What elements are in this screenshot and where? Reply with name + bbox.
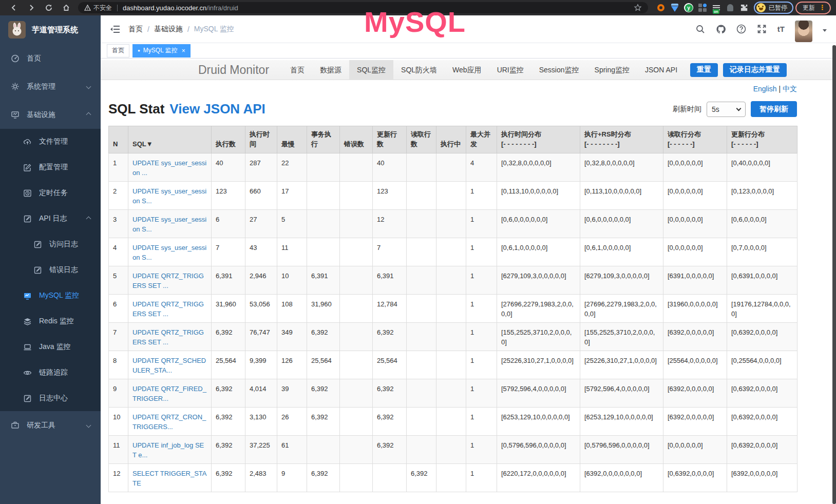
security-warning[interactable]: 不安全 — [84, 4, 112, 12]
table-cell — [407, 294, 436, 322]
reload-icon[interactable] — [44, 3, 54, 13]
app-logo — [8, 21, 26, 38]
druid-nav-item[interactable]: Spring监控 — [587, 60, 637, 80]
table-cell: 7 — [212, 238, 245, 266]
sql-link[interactable]: UPDATE sys_user_session S... — [132, 244, 206, 262]
sql-link[interactable]: UPDATE QRTZ_TRIGGERS SET ... — [132, 272, 204, 290]
font-size-icon[interactable]: tT — [777, 25, 785, 33]
breadcrumb-infrastructure[interactable]: 基础设施 — [154, 25, 183, 34]
table-cell — [407, 435, 436, 463]
table-cell: [6392,0,0,0,0,0] — [663, 379, 727, 407]
sidebar-item-log-center[interactable]: 日志中心 — [0, 385, 101, 411]
druid-nav-item[interactable]: URI监控 — [489, 60, 531, 80]
caret-down-icon[interactable] — [823, 29, 827, 32]
home-icon[interactable] — [61, 3, 71, 13]
table-cell: [6392,0,0,0,0,0] — [663, 322, 727, 351]
sidebar-item-tracing[interactable]: 链路追踪 — [0, 360, 101, 385]
search-icon[interactable] — [695, 24, 706, 34]
tag-mysql-monitor[interactable]: ● MySQL 监控 × — [132, 44, 191, 57]
sidebar-item-system[interactable]: 系统管理 — [0, 72, 101, 101]
sidebar-item-access-logs[interactable]: 访问日志 — [0, 231, 101, 257]
view-json-api-link[interactable]: View JSON API — [169, 101, 265, 117]
sidebar-item-label: 文件管理 — [39, 137, 68, 146]
sql-link[interactable]: UPDATE sys_user_session S... — [132, 216, 206, 234]
druid-nav-item[interactable]: 数据源 — [312, 60, 349, 80]
refresh-interval-select[interactable]: 5s — [707, 102, 746, 117]
breadcrumb-separator: / — [147, 25, 149, 33]
forward-icon[interactable] — [26, 3, 36, 13]
table-cell: 10 — [277, 266, 307, 294]
sidebar-item-file-management[interactable]: 文件管理 — [0, 129, 101, 154]
table-cell: [0,32,8,0,0,0,0,0] — [580, 153, 663, 181]
sidebar-item-mysql-monitor[interactable]: MySQL 监控 — [0, 283, 101, 308]
table-cell: 1 — [466, 266, 497, 294]
extension-donut-icon[interactable] — [656, 3, 666, 12]
extension-list-icon[interactable]: on — [712, 3, 721, 12]
sidebar-item-infrastructure[interactable]: 基础设施 — [0, 101, 101, 129]
reset-button[interactable]: 重置 — [690, 63, 718, 77]
timer-icon — [23, 188, 32, 198]
sql-link[interactable]: UPDATE sys_user_session S... — [132, 187, 206, 205]
extension-y-icon[interactable]: y — [684, 3, 693, 12]
table-cell: 6,392 — [373, 379, 407, 407]
breadcrumb-home[interactable]: 首页 — [128, 25, 143, 34]
druid-nav-item[interactable]: SQL防火墙 — [393, 60, 445, 80]
sql-link[interactable]: UPDATE QRTZ_TRIGGERS SET ... — [132, 300, 204, 318]
sidebar-item-redis-monitor[interactable]: Redis 监控 — [0, 308, 101, 334]
extensions-puzzle-icon[interactable] — [739, 3, 749, 12]
column-header: 执行时间分布 [- - - - - - - -] — [497, 126, 580, 153]
sidebar-item-home[interactable]: 首页 — [0, 44, 101, 72]
sidebar-item-java-monitor[interactable]: Java 监控 — [0, 334, 101, 360]
sql-link[interactable]: UPDATE QRTZ_CRON_TRIGGERS... — [132, 413, 206, 431]
pause-refresh-button[interactable]: 暂停刷新 — [751, 101, 797, 117]
sidebar-item-config-management[interactable]: 配置管理 — [0, 154, 101, 180]
table-row: 8UPDATE QRTZ_SCHEDULER_STA...25,5649,399… — [109, 351, 797, 379]
title-row: SQL Stat View JSON API 刷新时间 5s 暂停刷新 — [108, 101, 797, 117]
warning-icon — [84, 5, 91, 11]
on-badge: on — [713, 9, 719, 14]
sql-link[interactable]: SELECT TRIGGER_STATE — [132, 470, 207, 488]
druid-nav-item[interactable]: Session监控 — [531, 60, 587, 80]
extension-gem-icon[interactable] — [670, 3, 679, 12]
table-cell: 1 — [466, 181, 497, 209]
fullscreen-icon[interactable] — [757, 24, 767, 34]
tag-home[interactable]: 首页 — [107, 44, 129, 57]
log-and-reset-button[interactable]: 记录日志并重置 — [723, 63, 787, 77]
sql-link[interactable]: UPDATE sys_user_session ... — [132, 159, 206, 177]
sidebar-item-dev-tools[interactable]: 研发工具 — [0, 411, 101, 439]
druid-nav-item[interactable]: Web应用 — [445, 60, 489, 80]
column-header[interactable]: SQL▼ — [128, 126, 212, 153]
sidebar-item-scheduled-jobs[interactable]: 定时任务 — [0, 180, 101, 206]
table-cell: 61 — [277, 435, 307, 463]
druid-nav-item[interactable]: 首页 — [282, 60, 312, 80]
druid-nav-item[interactable]: JSON API — [637, 60, 685, 80]
bookmark-star-icon[interactable] — [634, 4, 642, 12]
sidebar-item-api-logs[interactable]: API 日志 — [0, 206, 101, 231]
sidebar-item-error-logs[interactable]: 错误日志 — [0, 257, 101, 283]
sidebar-fold-icon[interactable] — [110, 25, 120, 34]
user-avatar[interactable] — [795, 21, 812, 42]
address-bar[interactable]: 不安全 dashboard.yudao.iocoder.cn/infra/dru… — [78, 2, 648, 13]
table-cell: [0,123,0,0,0,0] — [727, 181, 797, 209]
sql-link[interactable]: UPDATE QRTZ_TRIGGERS SET ... — [132, 328, 204, 346]
github-icon[interactable] — [716, 24, 726, 34]
table-cell: [5792,596,4,0,0,0,0,0] — [580, 379, 663, 407]
page-scrollbar[interactable] — [832, 45, 836, 504]
druid-nav-item[interactable]: SQL监控 — [349, 60, 393, 80]
browser-update-button[interactable]: 更新 ⋮ — [795, 2, 831, 14]
lang-chinese-link[interactable]: 中文 — [783, 85, 797, 93]
sql-link[interactable]: UPDATE QRTZ_SCHEDULER_STA... — [132, 357, 206, 375]
table-cell — [436, 435, 466, 463]
back-icon[interactable] — [9, 3, 19, 13]
table-cell: 40 — [373, 153, 407, 181]
tag-close-icon[interactable]: × — [182, 47, 185, 54]
extension-misc-icon[interactable] — [726, 3, 735, 12]
sql-link[interactable]: UPDATE QRTZ_FIRED_TRIGGER... — [132, 385, 206, 403]
extension-blocks-icon[interactable] — [698, 3, 707, 12]
browser-profile-button[interactable]: 已暂停 — [754, 2, 793, 14]
browser-menu-dots-icon[interactable]: ⋮ — [819, 5, 826, 10]
help-icon[interactable] — [736, 24, 747, 34]
column-header: 最大并发 — [466, 126, 497, 153]
sql-link[interactable]: UPDATE inf_job_log SET e... — [132, 441, 204, 459]
lang-english-link[interactable]: English — [753, 85, 777, 93]
